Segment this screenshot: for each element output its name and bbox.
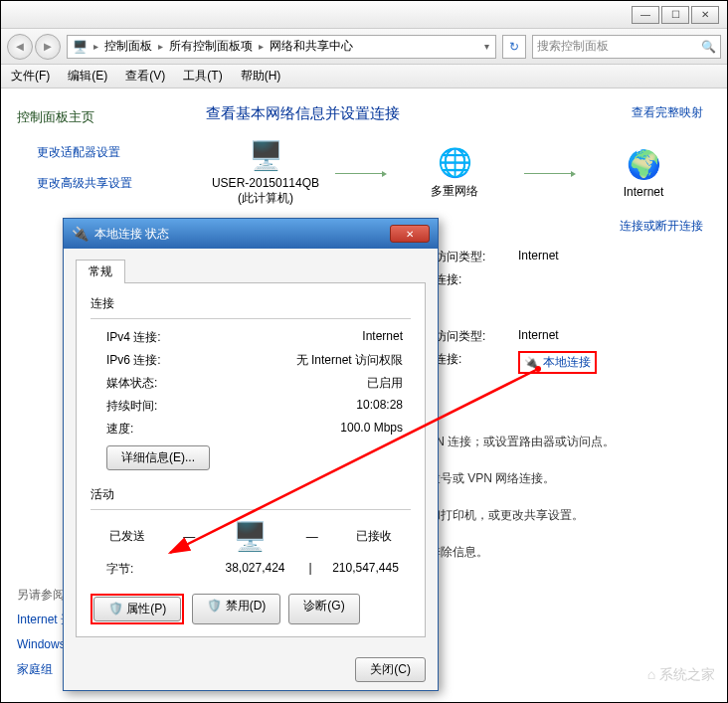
node-label: 多重网络 [431,183,478,200]
menu-edit[interactable]: 编辑(E) [68,68,107,85]
page-heading: 查看基本网络信息并设置连接 [206,104,703,123]
search-input[interactable]: 搜索控制面板 🔍 [532,35,721,59]
node-this-pc[interactable]: 🖥️ USER-20150114QB (此计算机) [206,139,325,207]
activity-computer-icon: 🖥️ [233,520,268,553]
connect-disconnect-link[interactable]: 连接或断开连接 [620,218,703,235]
sidebar-adapter-settings[interactable]: 更改适配器设置 [17,144,166,161]
node-internet[interactable]: 🌍 Internet [584,148,703,199]
shield-icon: 🛡️ [207,599,222,613]
disable-button[interactable]: 🛡️ 禁用(D) [192,594,280,624]
dialog-close-button[interactable]: ✕ [390,225,430,243]
properties-button-label: 属性(P) [126,602,166,615]
connection-section-header: 连接 [91,295,411,312]
breadcrumb[interactable]: 🖥️ ▸ 控制面板 ▸ 所有控制面板项 ▸ 网络和共享中心 ▾ [67,35,496,59]
dialog-titlebar[interactable]: 🔌 本地连接 状态 ✕ [64,219,438,249]
computer-icon: 🖥️ [249,139,283,172]
house-icon: ⌂ [647,666,655,682]
search-placeholder: 搜索控制面板 [537,38,609,55]
bytes-received-value: 210,547,445 [320,561,411,578]
navigation-bar: ◄ ► 🖥️ ▸ 控制面板 ▸ 所有控制面板项 ▸ 网络和共享中心 ▾ ↻ 搜索… [1,29,727,65]
help-text-1: 或 VPN 连接；或设置路由器或访问点。 [405,434,703,450]
help-text-2: 线、拨号或 VPN 网络连接。 [405,470,703,487]
node-label: Internet [624,185,664,199]
access-type-label: 访问类型: [435,249,504,265]
help-text-3: 文件和打印机，或更改共享设置。 [405,507,703,524]
chevron-down-icon[interactable]: ▾ [482,41,491,52]
ipv4-label: IPv4 连接: [91,329,210,346]
refresh-button[interactable]: ↻ [502,35,526,59]
node-label: USER-20150114QB [212,176,319,190]
disable-button-label: 禁用(D) [226,599,267,613]
activity-section-header: 活动 [91,486,411,503]
menu-bar: 文件(F) 编辑(E) 查看(V) 工具(T) 帮助(H) [1,65,727,88]
chevron-right-icon: ▸ [156,41,165,52]
speed-label: 速度: [91,421,210,438]
sent-label: 已发送 [109,528,145,545]
sidebar-home[interactable]: 控制面板主页 [17,108,166,126]
connection-label: 连接: [435,351,504,374]
network-map: 🖥️ USER-20150114QB (此计算机) 🌐 多重网络 🌍 Inter… [206,139,703,207]
ipv6-label: IPv6 连接: [91,352,210,369]
network-info-1: 访问类型: Internet 连接: [435,249,703,288]
media-state-label: 媒体状态: [91,375,210,392]
chevron-right-icon: ▸ [91,41,100,52]
connection-status-dialog: 🔌 本地连接 状态 ✕ 常规 连接 IPv4 连接:Internet IPv6 … [63,218,439,691]
crumb-network-center[interactable]: 网络和共享中心 [270,38,353,55]
duration-value: 10:08:28 [210,398,411,415]
crumb-all-items[interactable]: 所有控制面板项 [169,38,253,55]
properties-button[interactable]: 🛡️ 属性(P) [93,597,181,621]
chevron-right-icon: ▸ [257,41,266,52]
local-connection-text: 本地连接 [543,354,591,371]
help-text-4: 故障排除信息。 [405,544,703,561]
local-connection-link-highlighted: 🔌 本地连接 [518,351,597,374]
sidebar-advanced-sharing[interactable]: 更改高级共享设置 [17,175,166,192]
close-window-button[interactable]: ✕ [691,6,719,24]
received-label: 已接收 [356,528,392,545]
control-panel-icon: 🖥️ [72,39,88,55]
separator: | [300,561,320,578]
access-type-value: Internet [518,249,559,265]
menu-view[interactable]: 查看(V) [125,68,165,85]
back-button[interactable]: ◄ [7,34,33,60]
ipv6-value: 无 Internet 访问权限 [210,352,411,369]
network-info-2: 访问类型: Internet 连接: 🔌 本地连接 [435,328,703,374]
access-type-value: Internet [518,328,559,345]
network-adapter-icon: 🔌 [524,356,539,370]
node-sublabel: (此计算机) [238,190,293,207]
media-state-value: 已启用 [210,375,411,392]
access-type-label: 访问类型: [435,328,504,345]
duration-label: 持续时间: [91,398,210,415]
properties-button-highlighted: 🛡️ 属性(P) [91,594,184,624]
menu-file[interactable]: 文件(F) [11,68,50,85]
details-button[interactable]: 详细信息(E)... [106,445,210,470]
diagnose-button[interactable]: 诊断(G) [288,594,359,624]
dash-icon: — [306,530,318,544]
network-adapter-icon: 🔌 [72,226,89,242]
menu-help[interactable]: 帮助(H) [241,68,281,85]
menu-tools[interactable]: 工具(T) [183,68,222,85]
ipv4-value: Internet [210,329,411,346]
bytes-sent-value: 38,027,424 [210,561,300,578]
dialog-title: 本地连接 状态 [94,226,169,243]
close-dialog-button[interactable]: 关闭(C) [355,657,426,682]
tab-general[interactable]: 常规 [76,260,125,283]
crumb-control-panel[interactable]: 控制面板 [104,38,152,55]
node-multi-network[interactable]: 🌐 多重网络 [395,146,514,200]
forward-button[interactable]: ► [35,34,61,60]
window-titlebar: — ☐ ✕ [1,1,727,29]
connection-label: 连接: [435,271,504,288]
maximize-button[interactable]: ☐ [661,6,689,24]
bytes-label: 字节: [91,561,210,578]
connection-line-icon [335,173,385,174]
minimize-button[interactable]: — [632,6,659,24]
shield-icon: 🛡️ [108,602,123,615]
watermark: ⌂ 系统之家 [647,666,715,684]
dash-icon: — [183,530,195,544]
network-icon: 🌐 [438,146,472,179]
globe-icon: 🌍 [627,148,661,181]
local-connection-link[interactable]: 🔌 本地连接 [524,354,591,371]
watermark-text: 系统之家 [659,666,715,682]
connection-line-icon [524,173,574,174]
full-map-link[interactable]: 查看完整映射 [632,104,703,121]
search-icon[interactable]: 🔍 [701,40,716,54]
